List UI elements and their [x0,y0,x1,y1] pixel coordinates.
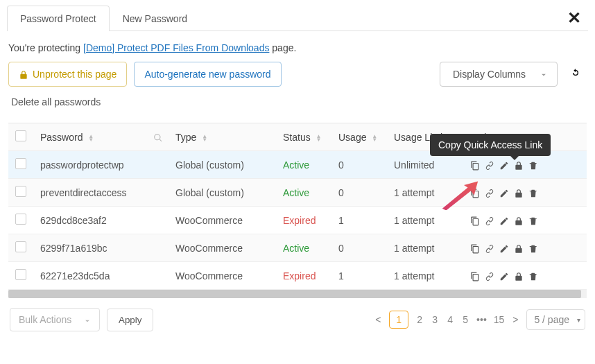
cell-status: Expired [276,207,331,234]
trash-icon[interactable] [528,187,538,198]
refresh-icon[interactable] [564,62,587,87]
lock-icon [19,69,28,80]
tabs: Password Protect New Password ✕ [7,6,588,31]
apply-button[interactable]: Apply [107,309,153,331]
row-checkbox[interactable] [15,269,26,280]
sort-icon: ▲▼ [316,135,322,141]
trash-icon[interactable] [528,243,538,254]
copy-icon[interactable] [470,215,480,226]
link-icon[interactable] [485,270,494,281]
chevron-down-icon [83,314,92,325]
copy-icon[interactable] [470,270,480,281]
table-row: 62271e23dc5da WooCommerce Expired 1 1 at… [8,262,587,290]
edit-icon[interactable] [499,215,509,226]
close-icon[interactable]: ✕ [560,6,588,31]
edit-icon[interactable] [499,159,509,171]
tab-password-protect[interactable]: Password Protect [7,6,110,31]
table-row: 6299f71a619bc WooCommerce Active 0 1 att… [8,234,587,262]
horizontal-scrollbar[interactable] [8,290,587,298]
cell-status: Active [276,151,331,179]
trash-icon[interactable] [528,215,538,226]
cell-password: preventdirectaccess [33,179,169,207]
bulk-actions-select[interactable]: Bulk Actions [10,308,100,331]
autogen-button[interactable]: Auto-generate new password [134,62,281,87]
page-prev[interactable]: < [374,314,382,325]
search-icon[interactable] [153,132,163,143]
table-row: preventdirectaccess Global (custom) Acti… [8,179,587,207]
lock-icon[interactable] [514,187,524,198]
link-icon[interactable] [485,243,494,254]
row-checkbox[interactable] [15,241,26,252]
lock-icon[interactable] [514,243,524,254]
cell-type: Global (custom) [169,151,276,179]
cell-status: Active [276,234,331,262]
row-checkbox[interactable] [15,186,26,197]
row-checkbox[interactable] [15,158,26,169]
page-size-select[interactable]: 5 / page ▾ [526,309,585,330]
link-icon[interactable] [485,159,494,171]
sort-icon: ▲▼ [88,135,94,141]
cell-type: WooCommerce [169,207,276,234]
edit-icon[interactable] [499,243,509,254]
page-last[interactable]: 15 [494,314,505,325]
tooltip: Copy Quick Access Link [430,134,551,156]
trash-icon[interactable] [528,159,538,171]
copy-icon[interactable] [470,187,480,198]
cell-usage: 1 [331,262,387,290]
tab-new-password[interactable]: New Password [110,6,200,31]
col-usage[interactable]: Usage ▲▼ [331,123,387,151]
edit-icon[interactable] [499,270,509,281]
cell-usage: 0 [331,179,387,207]
sort-icon: ▲▼ [372,135,377,141]
cell-usage-limit: 1 attempt [387,179,463,207]
chevron-down-icon [539,69,549,80]
sort-icon: ▲▼ [202,135,207,141]
bulk-actions-label: Bulk Actions [19,314,71,325]
page-next[interactable]: > [511,314,519,325]
cell-actions [463,179,587,207]
unprotect-button[interactable]: Unprotect this page [8,62,127,87]
page-ellipsis: ••• [476,314,487,325]
cell-type: WooCommerce [169,262,276,290]
intro-suffix: page. [269,42,296,53]
cell-usage-limit: 1 attempt [387,207,463,234]
link-icon[interactable] [485,187,494,198]
trash-icon[interactable] [528,270,538,281]
lock-icon[interactable] [514,159,524,171]
copy-icon[interactable] [470,243,480,254]
intro-text: You're protecting [Demo] Protect PDF Fil… [7,31,588,62]
lock-icon[interactable] [514,215,524,226]
col-type[interactable]: Type ▲▼ [169,123,276,151]
display-columns-select[interactable]: Display Columns [440,62,558,87]
cell-usage: 1 [331,207,387,234]
edit-icon[interactable] [499,187,509,198]
cell-password: passwordprotectwp [33,151,169,179]
display-columns-label: Display Columns [453,69,526,80]
cell-usage-limit: 1 attempt [387,234,463,262]
copy-icon[interactable] [470,159,480,171]
page-3[interactable]: 3 [431,314,439,325]
cell-type: Global (custom) [169,179,276,207]
cell-password: 6299f71a619bc [33,234,169,262]
page-1[interactable]: 1 [389,311,408,329]
col-status[interactable]: Status ▲▼ [276,123,331,151]
lock-icon[interactable] [514,270,524,281]
cell-actions [463,234,587,262]
link-icon[interactable] [485,215,494,226]
col-password[interactable]: Password ▲▼ [33,123,169,151]
delete-all-link[interactable]: Delete all passwords [8,92,282,112]
cell-password: 62271e23dc5da [33,262,169,290]
page-2[interactable]: 2 [415,314,424,325]
cell-usage-limit: 1 attempt [387,262,463,290]
cell-usage: 0 [331,234,387,262]
unprotect-label: Unprotect this page [33,69,117,80]
pagination: < 1 2 3 4 5 ••• 15 > 5 / page ▾ [374,309,585,330]
page-link[interactable]: [Demo] Protect PDF Files From Downloads [83,42,269,53]
page-5[interactable]: 5 [461,314,469,325]
select-all-checkbox[interactable] [15,130,26,141]
row-checkbox[interactable] [15,214,26,225]
chevron-down-icon: ▾ [577,316,580,324]
cell-password: 629dcd8ce3af2 [33,207,169,234]
cell-actions [463,262,587,290]
page-4[interactable]: 4 [446,314,454,325]
